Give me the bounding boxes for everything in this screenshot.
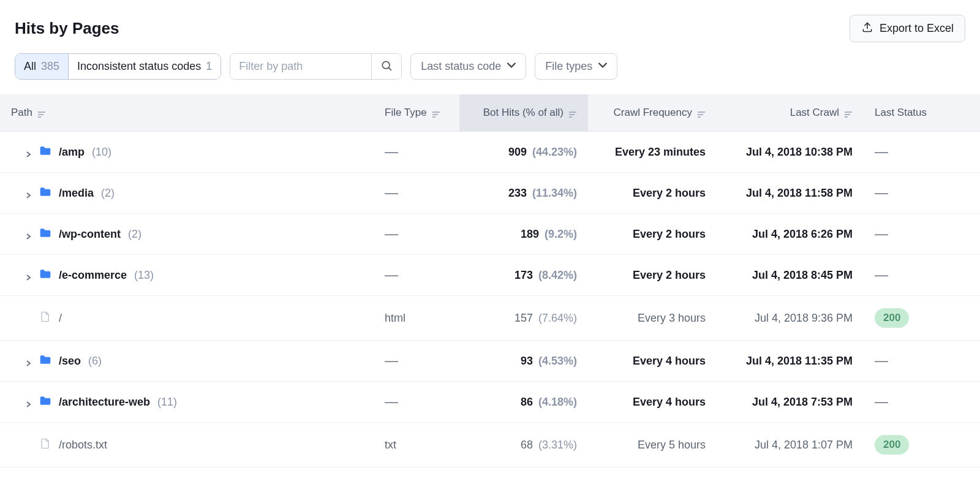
- tab-all[interactable]: All 385: [15, 54, 69, 79]
- export-to-excel-button[interactable]: Export to Excel: [850, 15, 965, 42]
- col-header-bot-hits[interactable]: Bot Hits (% of all): [459, 94, 588, 132]
- bot-hits-value: 189: [521, 228, 539, 240]
- crawl-frequency-value: Every 2 hours: [599, 269, 706, 282]
- sort-icon: [37, 109, 46, 116]
- last-status-value: —: [875, 267, 888, 282]
- filter-path-input[interactable]: [230, 54, 371, 79]
- col-header-crawl-frequency[interactable]: Crawl Frequency: [588, 94, 717, 132]
- bot-hits-value: 233: [508, 187, 527, 199]
- path-name[interactable]: /amp: [59, 146, 85, 159]
- last-status-value: —: [875, 185, 888, 200]
- expand-chevron-icon[interactable]: [24, 271, 32, 279]
- hits-table: Path File Type Bot Hits (% of all) Crawl…: [0, 94, 980, 467]
- file-type-value: txt: [385, 439, 396, 451]
- col-header-crawl-freq-label: Crawl Frequency: [614, 107, 693, 119]
- bot-hits-pct: (4.18%): [538, 396, 577, 408]
- last-status-value: —: [875, 144, 888, 159]
- last-crawl-value: Jul 4, 2018 7:53 PM: [728, 396, 853, 409]
- col-header-last-crawl[interactable]: Last Crawl: [717, 94, 864, 132]
- folder-icon: [39, 395, 51, 409]
- path-name[interactable]: /wp-content: [59, 228, 121, 241]
- sort-icon: [697, 109, 706, 116]
- path-name[interactable]: /architecture-web: [59, 396, 150, 409]
- last-crawl-value: Jul 4, 2018 11:35 PM: [728, 355, 853, 368]
- bot-hits-pct: (3.31%): [538, 439, 577, 451]
- sort-icon: [432, 109, 440, 116]
- expand-chevron-icon[interactable]: [24, 148, 32, 156]
- last-crawl-value: Jul 4, 2018 6:26 PM: [728, 228, 853, 241]
- last-status-value: —: [875, 226, 888, 241]
- last-crawl-value: Jul 4, 2018 1:07 PM: [728, 439, 853, 452]
- bot-hits-value: 86: [521, 396, 533, 408]
- sort-icon: [844, 109, 853, 116]
- file-types-label: File types: [545, 60, 592, 73]
- path-count: (11): [157, 396, 177, 409]
- col-header-last-status[interactable]: Last Status: [864, 94, 980, 132]
- path-count: (6): [88, 355, 102, 368]
- crawl-frequency-value: Every 2 hours: [599, 187, 706, 200]
- path-name[interactable]: /: [59, 312, 62, 325]
- bot-hits-pct: (8.42%): [538, 269, 577, 281]
- file-type-value: —: [385, 226, 398, 241]
- bot-hits-pct: (4.53%): [538, 355, 577, 367]
- tab-inconsistent-status[interactable]: Inconsistent status codes 1: [69, 54, 221, 79]
- table-row: /html157 (7.64%)Every 3 hoursJul 4, 2018…: [0, 296, 980, 341]
- export-label: Export to Excel: [880, 22, 954, 35]
- expand-chevron-icon[interactable]: [24, 357, 32, 365]
- folder-icon: [39, 186, 51, 200]
- crawl-frequency-value: Every 3 hours: [599, 312, 706, 325]
- table-row: /wp-content(2)—189 (9.2%)Every 2 hoursJu…: [0, 214, 980, 255]
- file-type-value: —: [385, 144, 398, 159]
- export-icon: [861, 21, 873, 36]
- crawl-frequency-value: Every 5 hours: [599, 439, 706, 452]
- folder-icon: [39, 268, 51, 282]
- path-count: (2): [128, 228, 141, 241]
- sort-icon: [568, 109, 577, 116]
- bot-hits-pct: (9.2%): [545, 228, 577, 240]
- expand-chevron-icon[interactable]: [24, 398, 32, 406]
- crawl-frequency-value: Every 4 hours: [599, 355, 706, 368]
- path-count: (10): [92, 146, 111, 159]
- bot-hits-value: 173: [514, 269, 533, 281]
- table-row: /architecture-web(11)—86 (4.18%)Every 4 …: [0, 382, 980, 423]
- col-header-bot-hits-label: Bot Hits (% of all): [483, 107, 564, 119]
- table-row: /media(2)—233 (11.34%)Every 2 hoursJul 4…: [0, 173, 980, 214]
- path-count: (13): [134, 269, 154, 282]
- col-header-last-status-label: Last Status: [875, 107, 927, 119]
- path-name[interactable]: /e-commerce: [59, 269, 127, 282]
- tab-inc-count: 1: [206, 60, 212, 73]
- search-icon: [380, 59, 393, 74]
- path-name[interactable]: /media: [59, 187, 94, 200]
- path-name[interactable]: /robots.txt: [59, 439, 107, 452]
- file-type-value: html: [385, 312, 405, 324]
- chevron-down-icon: [507, 60, 516, 73]
- chevron-down-icon: [598, 60, 607, 73]
- file-type-value: —: [385, 267, 398, 282]
- path-name[interactable]: /seo: [59, 355, 81, 368]
- last-status-value: —: [875, 394, 888, 409]
- col-header-file-type-label: File Type: [385, 107, 427, 119]
- last-crawl-value: Jul 4, 2018 8:45 PM: [728, 269, 853, 282]
- status-badge: 200: [875, 308, 909, 328]
- expand-chevron-icon[interactable]: [24, 230, 32, 238]
- folder-icon: [39, 354, 51, 368]
- tab-all-count: 385: [41, 60, 59, 73]
- last-crawl-value: Jul 4, 2018 10:38 PM: [728, 146, 853, 159]
- col-header-file-type[interactable]: File Type: [374, 94, 459, 132]
- col-header-path-label: Path: [11, 107, 32, 119]
- bot-hits-value: 68: [521, 439, 533, 451]
- tab-all-label: All: [24, 60, 36, 73]
- crawl-frequency-value: Every 4 hours: [599, 396, 706, 409]
- table-row: /seo(6)—93 (4.53%)Every 4 hoursJul 4, 20…: [0, 341, 980, 382]
- col-header-path[interactable]: Path: [0, 94, 374, 132]
- table-row: /e-commerce(13)—173 (8.42%)Every 2 hours…: [0, 255, 980, 296]
- expand-chevron-icon[interactable]: [24, 189, 32, 197]
- table-row: /amp(10)—909 (44.23%)Every 23 minutesJul…: [0, 132, 980, 173]
- filter-path-submit[interactable]: [371, 54, 401, 79]
- folder-icon: [39, 145, 51, 159]
- file-types-dropdown[interactable]: File types: [535, 53, 617, 80]
- last-status-code-dropdown[interactable]: Last status code: [410, 53, 526, 80]
- crawl-frequency-value: Every 23 minutes: [599, 146, 706, 159]
- last-status-label: Last status code: [421, 60, 501, 73]
- file-icon: [39, 438, 51, 452]
